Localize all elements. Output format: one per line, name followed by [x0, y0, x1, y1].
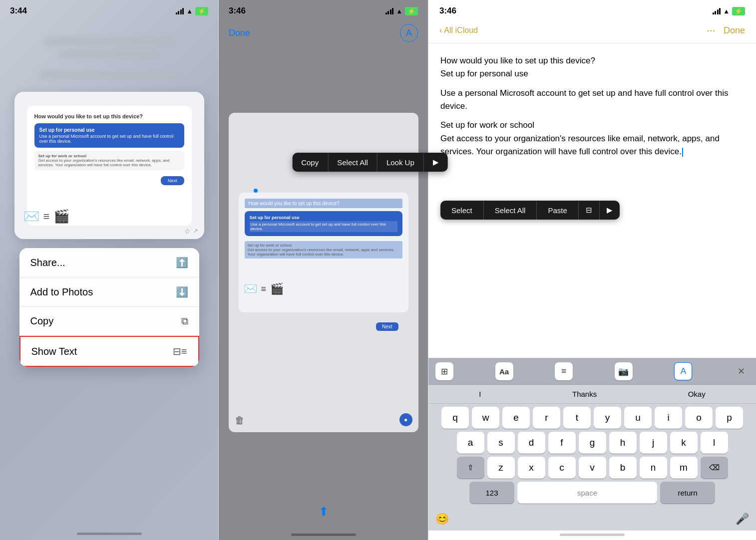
suggestion-thanks[interactable]: Thanks: [562, 388, 607, 400]
blurred-top-content: [0, 35, 218, 82]
edit-circle[interactable]: ●: [399, 413, 412, 426]
emoji-button[interactable]: 😊: [435, 513, 449, 526]
microphone-button[interactable]: 🎤: [736, 513, 749, 526]
text-recognition-button[interactable]: ⊟: [579, 201, 600, 220]
popup-select-all[interactable]: Select All: [328, 153, 378, 172]
add-photos-icon: ⬇️: [176, 286, 188, 298]
key-k[interactable]: k: [670, 432, 698, 454]
keyboard-row-3: ⇧ z x c v b n m ⌫: [430, 457, 754, 479]
key-p[interactable]: p: [716, 407, 743, 429]
key-n[interactable]: n: [640, 457, 667, 479]
home-indicator: [77, 533, 142, 535]
popup-copy[interactable]: Copy: [292, 153, 328, 172]
key-q[interactable]: q: [441, 407, 469, 429]
context-menu: Share... ⬆️ Add to Photos ⬇️ Copy ⧉ Show…: [19, 248, 199, 367]
copy-menu-item[interactable]: Copy ⧉: [19, 307, 199, 336]
panel3-status-bar: 3:46 ▲ ⚡: [428, 0, 756, 20]
panel2: 3:46 ▲ ⚡ Done A Copy Select All Look Up …: [218, 0, 428, 540]
select-button[interactable]: Select: [440, 201, 484, 220]
key-x[interactable]: x: [518, 457, 545, 479]
screenshot-bottom-icons: ✉️ ≡ 🎬: [244, 282, 284, 295]
phone-card: How would you like to set up this device…: [14, 92, 204, 239]
shift-key[interactable]: ⇧: [457, 457, 484, 479]
key-z[interactable]: z: [487, 457, 515, 479]
suggestion-okay[interactable]: Okay: [678, 388, 716, 400]
share-menu-item[interactable]: Share... ⬆️: [19, 248, 199, 277]
keyboard-toolbar: ⊞ Aa ≡ 📷 A ✕: [428, 358, 756, 385]
popup-look-up[interactable]: Look Up: [378, 153, 424, 172]
card-setup-work: Set up for work or school Get access to …: [34, 151, 184, 170]
text-format-tool-button[interactable]: Aa: [495, 362, 513, 380]
popup-menu: Copy Select All Look Up ▶: [292, 153, 448, 172]
suggestion-i[interactable]: I: [469, 388, 491, 400]
battery-icon: ⚡: [195, 7, 208, 15]
key-m[interactable]: m: [670, 457, 698, 479]
panel2-header: Done A: [219, 20, 428, 48]
share-icon2[interactable]: ⬆: [319, 505, 329, 519]
card-icons: ✉️ ≡ 🎬: [23, 209, 70, 224]
more-button[interactable]: ▶: [600, 201, 620, 220]
paste-button[interactable]: Paste: [537, 201, 578, 220]
keyboard: ⊞ Aa ≡ 📷 A ✕ I Thanks Okay q w e r t y u…: [428, 358, 756, 531]
list-tool-button[interactable]: ≡: [555, 362, 573, 380]
popup-more[interactable]: ▶: [424, 153, 448, 172]
card-blue2: Set up for personal use Use a personal M…: [245, 211, 402, 236]
wifi-icon2: ▲: [396, 7, 402, 15]
panel2-bottom-bar: ⬆: [219, 497, 428, 534]
keyboard-bottom-row: 😊 🎤: [428, 510, 756, 531]
key-d[interactable]: d: [518, 432, 545, 454]
key-r[interactable]: r: [533, 407, 560, 429]
trash-icon[interactable]: 🗑: [235, 415, 245, 426]
battery-icon2: ⚡: [405, 7, 418, 15]
key-h[interactable]: h: [609, 432, 637, 454]
key-o[interactable]: o: [685, 407, 713, 429]
key-f[interactable]: f: [548, 432, 576, 454]
key-l[interactable]: l: [701, 432, 728, 454]
text-cursor: [682, 148, 683, 157]
back-chevron-icon: ‹: [439, 26, 442, 35]
key-b[interactable]: b: [609, 457, 637, 479]
keyboard-close-button[interactable]: ✕: [734, 364, 749, 379]
select-all-button[interactable]: Select All: [484, 201, 537, 220]
wifi-icon3: ▲: [723, 7, 730, 15]
camera-tool-button[interactable]: 📷: [615, 362, 633, 380]
panel2-time: 3:46: [229, 6, 246, 16]
key-y[interactable]: y: [594, 407, 621, 429]
key-e[interactable]: e: [502, 407, 530, 429]
space-key[interactable]: space: [517, 482, 657, 504]
return-key[interactable]: return: [660, 482, 715, 504]
panel3-header: ‹ All iCloud ··· Done: [428, 20, 756, 43]
card-next-button[interactable]: Next: [161, 176, 184, 185]
key-v[interactable]: v: [579, 457, 606, 479]
numbers-key[interactable]: 123: [469, 482, 514, 504]
key-i[interactable]: i: [655, 407, 682, 429]
home-indicator2: [291, 534, 356, 536]
show-text-menu-item[interactable]: Show Text ⊟≡: [19, 336, 199, 367]
done-button2[interactable]: Done: [229, 28, 250, 38]
panel3-header-right: ··· Done: [707, 24, 745, 37]
key-s[interactable]: s: [487, 432, 515, 454]
card-actions: ☆ ↗: [184, 227, 198, 235]
panel1: 3:44 ▲ ⚡ How would you like to set up th…: [0, 0, 218, 540]
scribble-tool-button[interactable]: A: [674, 362, 692, 380]
share-icon: ⬆️: [176, 257, 188, 269]
key-t[interactable]: t: [563, 407, 591, 429]
key-w[interactable]: w: [472, 407, 499, 429]
done-button3[interactable]: Done: [724, 25, 745, 36]
backspace-key[interactable]: ⌫: [701, 457, 728, 479]
more-options-button[interactable]: ···: [707, 24, 716, 37]
key-u[interactable]: u: [624, 407, 652, 429]
panel3-status-icons: ▲ ⚡: [713, 7, 745, 15]
selected-work-text: Set up for work or schoolGet access to y…: [245, 241, 402, 259]
key-a[interactable]: a: [457, 432, 484, 454]
table-tool-button[interactable]: ⊞: [435, 362, 453, 380]
text-selection-bar: Select Select All Paste ⊟ ▶: [440, 201, 620, 220]
key-g[interactable]: g: [579, 432, 606, 454]
screenshot-frame: Copy Select All Look Up ▶ How would you …: [229, 113, 418, 432]
back-button[interactable]: ‹ All iCloud: [439, 26, 478, 35]
key-c[interactable]: c: [548, 457, 576, 479]
panel3-content[interactable]: How would you like to set up this device…: [428, 43, 756, 358]
add-to-photos-menu-item[interactable]: Add to Photos ⬇️: [19, 277, 199, 307]
key-j[interactable]: j: [640, 432, 667, 454]
copy-icon: ⧉: [181, 315, 188, 327]
